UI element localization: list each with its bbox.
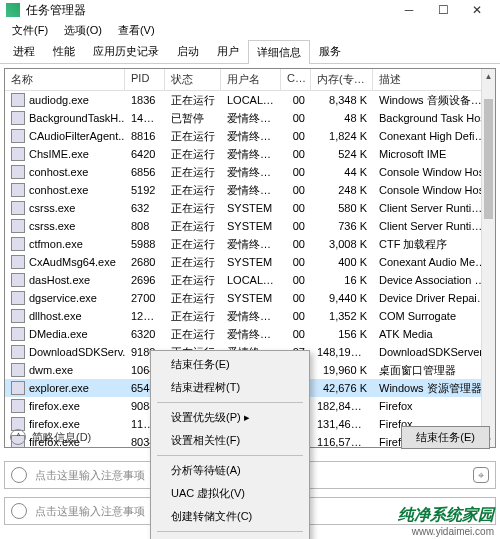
menu-item[interactable]: 创建转储文件(C): [151, 505, 309, 528]
table-row[interactable]: conhost.exe6856正在运行爱情终究...0044 KConsole …: [5, 163, 495, 181]
process-icon: [11, 93, 25, 107]
chevron-up-icon: ˄: [10, 429, 26, 445]
process-icon: [11, 255, 25, 269]
table-row[interactable]: csrss.exe808正在运行SYSTEM00736 KClient Serv…: [5, 217, 495, 235]
col-user[interactable]: 用户名: [221, 69, 281, 90]
context-menu: 结束任务(E)结束进程树(T)设置优先级(P) ▸设置相关性(F)分析等待链(A…: [150, 350, 310, 539]
fewer-details-toggle[interactable]: ˄ 简略信息(D): [10, 429, 91, 445]
process-icon: [11, 327, 25, 341]
col-status[interactable]: 状态: [165, 69, 221, 90]
app-icon: [6, 3, 20, 17]
table-row[interactable]: dgservice.exe2700正在运行SYSTEM009,440 KDevi…: [5, 289, 495, 307]
titlebar: 任务管理器 ─ ☐ ✕: [0, 0, 500, 20]
menu-file[interactable]: 文件(F): [4, 21, 56, 40]
col-pid[interactable]: PID: [125, 69, 165, 90]
process-icon: [11, 291, 25, 305]
note-placeholder: 点击这里输入注意事项: [35, 504, 145, 519]
table-row[interactable]: CxAudMsg64.exe2680正在运行SYSTEM00400 KConex…: [5, 253, 495, 271]
table-row[interactable]: csrss.exe632正在运行SYSTEM00580 KClient Serv…: [5, 199, 495, 217]
table-row[interactable]: conhost.exe5192正在运行爱情终究...00248 KConsole…: [5, 181, 495, 199]
table-row[interactable]: audiodg.exe1836正在运行LOCAL SE...008,348 KW…: [5, 91, 495, 109]
tab-2[interactable]: 应用历史记录: [84, 39, 168, 63]
table-row[interactable]: ChsIME.exe6420正在运行爱情终究...00524 KMicrosof…: [5, 145, 495, 163]
col-mem[interactable]: 内存(专用...: [311, 69, 373, 90]
menu-item[interactable]: 设置相关性(F): [151, 429, 309, 452]
process-icon: [11, 165, 25, 179]
process-icon: [11, 201, 25, 215]
scroll-thumb[interactable]: [484, 99, 493, 219]
process-icon: [11, 129, 25, 143]
col-cpu[interactable]: CPU: [281, 69, 311, 90]
table-row[interactable]: DMedia.exe6320正在运行爱情终究...00156 KATK Medi…: [5, 325, 495, 343]
process-icon: [11, 219, 25, 233]
col-desc[interactable]: 描述: [373, 69, 495, 90]
menu-view[interactable]: 查看(V): [110, 21, 163, 40]
maximize-button[interactable]: ☐: [426, 0, 460, 20]
tab-0[interactable]: 进程: [4, 39, 44, 63]
fewer-details-label: 简略信息(D): [32, 430, 91, 445]
window-title: 任务管理器: [26, 2, 392, 19]
menu-options[interactable]: 选项(O): [56, 21, 110, 40]
menubar: 文件(F) 选项(O) 查看(V): [0, 20, 500, 40]
process-icon: [11, 363, 25, 377]
watermark-url: www.yidaimei.com: [398, 526, 494, 537]
tab-4[interactable]: 用户: [208, 39, 248, 63]
menu-item[interactable]: 结束进程树(T): [151, 376, 309, 399]
menu-item[interactable]: 结束任务(E): [151, 353, 309, 376]
table-row[interactable]: BackgroundTaskH...14440已暂停爱情终究...0048 KB…: [5, 109, 495, 127]
table-row[interactable]: dllhost.exe12152正在运行爱情终究...001,352 KCOM …: [5, 307, 495, 325]
menu-item[interactable]: 打开文件所在的位置(O): [151, 535, 309, 539]
process-icon: [11, 273, 25, 287]
table-row[interactable]: ctfmon.exe5988正在运行爱情终究...003,008 KCTF 加载…: [5, 235, 495, 253]
tabbar: 进程性能应用历史记录启动用户详细信息服务: [0, 40, 500, 64]
col-name[interactable]: 名称: [5, 69, 125, 90]
end-task-button[interactable]: 结束任务(E): [401, 426, 490, 449]
grid-header: 名称 PID 状态 用户名 CPU 内存(专用... 描述: [5, 69, 495, 91]
scroll-up-icon[interactable]: ▲: [482, 69, 495, 83]
process-icon: [11, 237, 25, 251]
table-row[interactable]: dasHost.exe2696正在运行LOCAL SE...0016 KDevi…: [5, 271, 495, 289]
watermark: 纯净系统家园 www.yidaimei.com: [398, 505, 494, 537]
menu-item[interactable]: UAC 虚拟化(V): [151, 482, 309, 505]
process-icon: [11, 381, 25, 395]
menu-item[interactable]: 设置优先级(P) ▸: [151, 406, 309, 429]
process-icon: [11, 183, 25, 197]
menu-item[interactable]: 分析等待链(A): [151, 459, 309, 482]
table-row[interactable]: CAudioFilterAgent...8816正在运行爱情终究...001,8…: [5, 127, 495, 145]
search-icon: [11, 467, 27, 483]
tab-1[interactable]: 性能: [44, 39, 84, 63]
process-icon: [11, 345, 25, 359]
tab-3[interactable]: 启动: [168, 39, 208, 63]
search-icon: [11, 503, 27, 519]
menu-separator: [157, 455, 303, 456]
process-icon: [11, 399, 25, 413]
process-icon: [11, 309, 25, 323]
menu-separator: [157, 402, 303, 403]
process-icon: [11, 111, 25, 125]
process-icon: [11, 147, 25, 161]
note-placeholder: 点击这里输入注意事项: [35, 468, 145, 483]
tab-6[interactable]: 服务: [310, 39, 350, 63]
watermark-text: 纯净系统家园: [398, 506, 494, 523]
close-button[interactable]: ✕: [460, 0, 494, 20]
vertical-scrollbar[interactable]: ▲ ▼: [481, 69, 495, 447]
menu-separator: [157, 531, 303, 532]
tab-5[interactable]: 详细信息: [248, 40, 310, 64]
minimize-button[interactable]: ─: [392, 0, 426, 20]
location-icon: ⌖: [473, 467, 489, 483]
